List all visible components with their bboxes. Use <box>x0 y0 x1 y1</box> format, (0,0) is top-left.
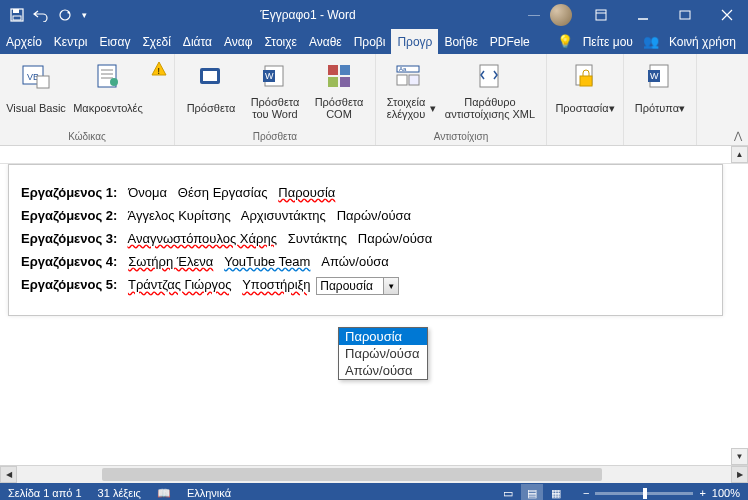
language-indicator[interactable]: Ελληνικά <box>187 487 231 499</box>
svg-rect-24 <box>397 75 407 85</box>
collapse-ribbon-icon[interactable]: ⋀ <box>734 130 742 141</box>
svg-rect-1 <box>13 9 19 13</box>
zoom-thumb[interactable] <box>643 488 647 499</box>
templates-icon: W <box>644 60 676 92</box>
ribbon-tabs: Αρχείο Κεντρι Εισαγ Σχεδί Διάτα Αναφ Στο… <box>0 29 748 54</box>
web-layout-icon[interactable]: ▦ <box>545 484 567 500</box>
tab-mailings[interactable]: Στοιχε <box>259 29 303 54</box>
scroll-track[interactable] <box>17 466 731 483</box>
dropdown-option-1[interactable]: Παρών/ούσα <box>339 345 427 362</box>
tab-design[interactable]: Σχεδί <box>136 29 176 54</box>
controls-button[interactable]: Aa Στοιχεία ελέγχου ▾ <box>380 57 438 130</box>
qat-more-icon[interactable]: ▾ <box>78 4 90 26</box>
titlebar: ▾ Έγγραφο1 - Word — <box>0 0 748 29</box>
scroll-left-icon[interactable]: ◀ <box>0 466 17 483</box>
scroll-right-icon[interactable]: ▶ <box>731 466 748 483</box>
chevron-down-icon: ▾ <box>609 102 615 114</box>
save-icon[interactable] <box>6 4 28 26</box>
group-protect: Προστασία ▾ <box>547 54 624 145</box>
svg-rect-19 <box>340 65 350 75</box>
macro-security-button[interactable]: ! <box>148 57 170 130</box>
status-combobox[interactable]: ▼ <box>316 277 399 295</box>
word-addins-icon: W <box>259 60 291 92</box>
share-button[interactable]: Κοινή χρήση <box>669 35 736 49</box>
word-addins-button[interactable]: W Πρόσθετα του Word <box>243 57 307 130</box>
combo-dropdown-icon[interactable]: ▼ <box>384 277 399 295</box>
tell-me[interactable]: Πείτε μου <box>583 35 633 49</box>
addins-icon <box>195 60 227 92</box>
zoom-in-icon[interactable]: + <box>699 487 705 499</box>
svg-rect-2 <box>13 16 21 20</box>
svg-text:!: ! <box>158 66 161 76</box>
status-dropdown: Παρουσία Παρών/ούσα Απών/ούσα <box>338 327 428 380</box>
tab-developer[interactable]: Προγρ <box>391 29 438 54</box>
svg-text:W: W <box>650 71 659 81</box>
ribbon: VB Visual Basic Μακροεντολές ! Κώδικας Π… <box>0 54 748 146</box>
tab-right: 💡 Πείτε μου 👥 Κοινή χρήση <box>545 29 748 54</box>
tab-insert[interactable]: Εισαγ <box>93 29 136 54</box>
warning-icon: ! <box>150 60 168 78</box>
username: — <box>528 8 542 22</box>
svg-text:W: W <box>265 71 274 81</box>
svg-rect-4 <box>596 10 606 20</box>
zoom-out-icon[interactable]: − <box>583 487 589 499</box>
group-mapping: Aa Στοιχεία ελέγχου ▾ Παράθυρο αντιστοίχ… <box>376 54 547 145</box>
tab-help[interactable]: Βοήθε <box>438 29 483 54</box>
xml-mapping-button[interactable]: Παράθυρο αντιστοίχισης XML <box>438 57 542 130</box>
svg-rect-25 <box>409 75 419 85</box>
employee-row-2: Εργαζόμενος 2: Άγγελος Κυρίτσης Αρχισυντ… <box>21 208 710 223</box>
employee-row-5: Εργαζόμενος 5: Τράντζας Γιώργος Υποστήρι… <box>21 277 710 295</box>
group-label-code: Κώδικας <box>4 130 170 145</box>
horizontal-scrollbar: ◀ ▶ <box>0 465 748 482</box>
visual-basic-button[interactable]: VB Visual Basic <box>4 57 68 130</box>
macros-button[interactable]: Μακροεντολές <box>68 57 148 130</box>
ribbon-options-icon[interactable] <box>580 0 622 29</box>
maximize-icon[interactable] <box>664 0 706 29</box>
templates-button[interactable]: W Πρότυπα ▾ <box>628 57 692 130</box>
page[interactable]: Εργαζόμενος 1: Όνομα Θέση Εργασίας Παρου… <box>8 164 723 316</box>
scroll-thumb[interactable] <box>102 468 602 481</box>
close-icon[interactable] <box>706 0 748 29</box>
page-indicator[interactable]: Σελίδα 1 από 1 <box>8 487 82 499</box>
visual-basic-icon: VB <box>20 60 52 92</box>
tab-view[interactable]: Προβι <box>348 29 392 54</box>
share-icon[interactable]: 👥 <box>643 34 659 49</box>
com-addins-button[interactable]: Πρόσθετα COM <box>307 57 371 130</box>
ruler: ▲ <box>0 146 748 164</box>
tab-review[interactable]: Αναθε <box>303 29 348 54</box>
window-controls <box>580 0 748 29</box>
svg-rect-21 <box>340 77 350 87</box>
undo-icon[interactable] <box>30 4 52 26</box>
dropdown-option-2[interactable]: Απών/ούσα <box>339 362 427 379</box>
employee-row-4: Εργαζόμενος 4: Σωτήρη Έλενα YouTube Team… <box>21 254 710 269</box>
print-layout-icon[interactable]: ▤ <box>521 484 543 500</box>
protect-button[interactable]: Προστασία ▾ <box>551 57 619 130</box>
macros-icon <box>92 60 124 92</box>
scroll-up-icon[interactable]: ▲ <box>731 146 748 163</box>
zoom-slider[interactable] <box>595 492 693 495</box>
document-area: Εργαζόμενος 1: Όνομα Θέση Εργασίας Παρου… <box>0 164 748 465</box>
scroll-down-icon[interactable]: ▼ <box>731 448 748 465</box>
addins-button[interactable]: Πρόσθετα <box>179 57 243 130</box>
tab-layout[interactable]: Διάτα <box>177 29 218 54</box>
com-addins-icon <box>323 60 355 92</box>
lock-icon <box>569 60 601 92</box>
redo-icon[interactable] <box>54 4 76 26</box>
tab-home[interactable]: Κεντρι <box>48 29 94 54</box>
user-avatar[interactable] <box>550 4 572 26</box>
tab-file[interactable]: Αρχείο <box>0 29 48 54</box>
spellcheck-icon[interactable]: 📖 <box>157 487 171 500</box>
tab-references[interactable]: Αναφ <box>218 29 259 54</box>
dropdown-option-0[interactable]: Παρουσία <box>339 328 427 345</box>
read-mode-icon[interactable]: ▭ <box>497 484 519 500</box>
tell-me-icon[interactable]: 💡 <box>557 34 573 49</box>
group-templates: W Πρότυπα ▾ <box>624 54 697 145</box>
zoom-percent[interactable]: 100% <box>712 487 740 499</box>
quick-access-toolbar: ▾ <box>0 4 96 26</box>
group-addins: Πρόσθετα W Πρόσθετα του Word Πρόσθετα CO… <box>175 54 376 145</box>
word-count[interactable]: 31 λέξεις <box>98 487 141 499</box>
minimize-icon[interactable] <box>622 0 664 29</box>
status-combo-input[interactable] <box>316 277 384 295</box>
tab-pdfelement[interactable]: PDFele <box>484 29 536 54</box>
svg-rect-6 <box>680 11 690 19</box>
